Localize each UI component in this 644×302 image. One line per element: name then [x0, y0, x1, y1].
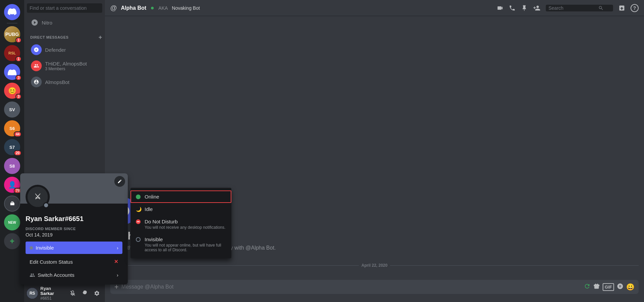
gif-button[interactable]: GIF — [603, 283, 614, 291]
pin-button[interactable] — [521, 5, 528, 11]
dm-section-header: DIRECT MESSAGES + — [24, 29, 105, 42]
dm-name-thide: THiDE, AlmopsBot — [45, 61, 87, 67]
server-icon-5[interactable]: SV — [4, 101, 20, 118]
dm-item-almopsbot[interactable]: AlmopsBot — [27, 74, 102, 90]
refresh-icon[interactable] — [584, 283, 591, 291]
user-panel-name: Ryan Sarkar — [40, 286, 65, 296]
nitro-label: Nitro — [42, 20, 52, 26]
search-icon — [598, 5, 604, 11]
user-panel-info: Ryan Sarkar #6651 — [40, 286, 65, 301]
edit-banner-button[interactable] — [114, 176, 125, 187]
call-button[interactable] — [509, 5, 516, 11]
dm-name-defender: Defender — [45, 47, 66, 53]
profile-status-dot — [43, 202, 49, 208]
dnd-label: Do Not Disturb — [145, 219, 226, 224]
member-since-value: Oct 14, 2019 — [26, 232, 122, 238]
chat-header-aka-label: AKA — [158, 5, 168, 11]
profile-username: Ryan Sarkar#6651 — [26, 215, 122, 223]
date-text: April 22, 2020 — [362, 263, 387, 268]
header-actions: ? — [497, 4, 639, 12]
gift-icon[interactable] — [593, 283, 600, 291]
dm-name-almopsbot: AlmopsBot — [45, 79, 70, 85]
date-divider: April 22, 2020 — [110, 263, 639, 268]
server-icon-discord2[interactable]: 3 — [4, 64, 20, 80]
invisible-desc: You will not appear online, but will hav… — [145, 243, 226, 252]
server-divider — [7, 23, 17, 24]
bot-at-icon: @ — [110, 4, 117, 12]
server-icon-9[interactable]: 👤 79 — [4, 177, 20, 193]
dm-search-input[interactable] — [27, 3, 102, 13]
message-input[interactable] — [121, 280, 581, 294]
dm-item-thide-group[interactable]: THiDE, AlmopsBot 3 Members — [27, 58, 102, 74]
status-dot-icon — [30, 246, 33, 250]
invisible-status-icon — [136, 237, 141, 242]
idle-status-icon — [136, 207, 141, 212]
chat-input-icons: GIF 😀 — [584, 283, 635, 291]
sticker-button[interactable] — [617, 283, 623, 291]
status-label: Invisible — [36, 245, 54, 251]
profile-avatar-wrap: ⚔ — [26, 185, 50, 209]
chevron-right-icon: › — [117, 245, 118, 251]
status-dropdown: Online Idle Do Not Disturb You will not … — [130, 188, 231, 258]
discord-home-button[interactable] — [4, 4, 20, 20]
bot-online-status — [150, 6, 154, 10]
switch-accounts-item[interactable]: Switch Accounts › — [26, 269, 122, 281]
chat-header: @ Alpha Bot AKA Novaking Bot — [105, 0, 644, 16]
mute-button[interactable] — [67, 288, 78, 299]
edit-custom-status-label: Edit Custom Status — [30, 259, 73, 265]
dm-search-bar[interactable] — [24, 0, 105, 16]
chevron-right-switch: › — [117, 272, 118, 278]
status-option-idle[interactable]: Idle — [130, 203, 231, 215]
server-icon-red[interactable]: 😊 3 — [4, 83, 20, 99]
status-button[interactable]: Invisible › — [26, 242, 122, 254]
help-button[interactable]: ? — [631, 4, 639, 12]
server-icon-new[interactable]: NEW — [4, 214, 20, 230]
profile-popup: ⚔ Ryan Sarkar#6651 DISCORD MEMBER SINCE … — [20, 173, 128, 285]
dnd-desc: You will not receive any desktop notific… — [145, 225, 226, 230]
chat-input-area: + GIF 😀 — [105, 280, 644, 302]
clear-status-icon[interactable]: ✕ — [114, 259, 118, 265]
dm-sub-thide: 3 Members — [45, 67, 87, 71]
switch-icon — [30, 272, 35, 278]
profile-body: Ryan Sarkar#6651 DISCORD MEMBER SINCE Oc… — [20, 207, 128, 285]
status-option-invisible[interactable]: Invisible You will not appear online, bu… — [130, 233, 231, 256]
user-panel-discrim: #6651 — [40, 296, 65, 301]
user-panel: RS Ryan Sarkar #6651 — [24, 285, 105, 302]
server-badge-pubg: 1 — [15, 37, 22, 43]
server-icon-pubg[interactable]: PUBG 1 — [4, 26, 20, 42]
member-since-label: DISCORD MEMBER SINCE — [26, 227, 122, 231]
header-search[interactable] — [546, 5, 613, 11]
add-friend-button[interactable] — [533, 4, 540, 12]
add-server-button[interactable]: + — [4, 233, 20, 249]
dm-section-title: DIRECT MESSAGES — [30, 35, 69, 39]
server-badge-6: 44 — [14, 131, 22, 137]
server-icon-10[interactable]: 🏔 — [4, 196, 20, 212]
server-icon-rsl[interactable]: RSL 1 — [4, 45, 20, 61]
dnd-status-icon — [136, 219, 141, 224]
chat-input-bar: + GIF 😀 — [110, 280, 639, 294]
deafen-button[interactable] — [79, 288, 90, 299]
server-badge-7: 20 — [14, 150, 22, 156]
online-label: Online — [145, 194, 226, 200]
invisible-label: Invisible — [145, 236, 226, 242]
search-input[interactable] — [548, 5, 596, 11]
server-badge-red: 3 — [15, 94, 22, 99]
video-call-button[interactable] — [497, 5, 503, 11]
edit-custom-status-item[interactable]: Edit Custom Status ✕ — [26, 255, 122, 268]
nitro-icon — [31, 19, 38, 26]
server-icon-7[interactable]: S7 20 — [4, 139, 20, 155]
chat-bot-name: Alpha Bot — [121, 5, 147, 11]
nitro-item[interactable]: Nitro — [27, 16, 102, 29]
add-dm-button[interactable]: + — [99, 34, 102, 40]
status-option-online[interactable]: Online — [130, 190, 231, 203]
server-icon-8[interactable]: S8 — [4, 158, 20, 174]
status-option-dnd[interactable]: Do Not Disturb You will not receive any … — [130, 215, 231, 233]
emoji-button[interactable]: 😀 — [626, 283, 635, 291]
inbox-button[interactable] — [618, 5, 625, 11]
user-avatar[interactable]: RS — [27, 288, 38, 299]
settings-button[interactable] — [91, 288, 102, 299]
chat-header-aka-name: Novaking Bot — [172, 5, 200, 11]
dm-avatar-thide — [31, 60, 42, 71]
server-icon-6[interactable]: S6 44 — [4, 120, 20, 136]
dm-item-defender[interactable]: Defender — [27, 42, 102, 58]
